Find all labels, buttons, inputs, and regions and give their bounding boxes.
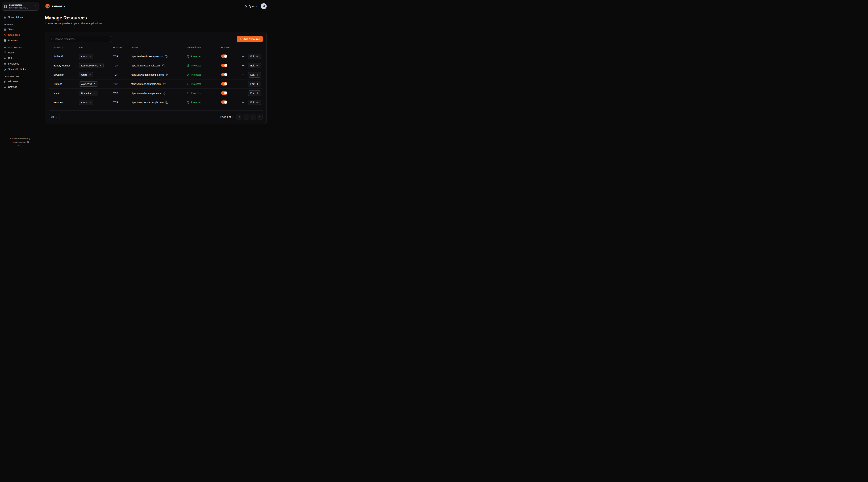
sort-icon (61, 46, 63, 49)
sidebar-item-invitations[interactable]: Invitations (2, 61, 39, 66)
sidebar-item-label: Shareable Links (8, 68, 26, 71)
sidebar-item-users[interactable]: Users (2, 50, 39, 55)
enabled-toggle[interactable] (221, 55, 227, 58)
pager: Page 1 of 1 (220, 114, 262, 120)
column-header-access: Access (131, 46, 187, 49)
page-subtitle: Create secure proxies to your private ap… (45, 22, 267, 25)
api-keys-icon (4, 80, 6, 83)
copy-url-button[interactable] (165, 55, 167, 58)
sidebar-item-server-admin[interactable]: Server Admin (2, 14, 39, 20)
sidebar-item-shareable-links[interactable]: Shareable Links (2, 66, 39, 72)
ellipsis-icon (242, 64, 245, 67)
enabled-toggle[interactable] (221, 91, 227, 95)
column-header-authentication[interactable]: Authentication (187, 46, 221, 49)
site-link-button[interactable]: Office (79, 72, 93, 77)
server-icon (4, 16, 6, 19)
resource-protocol: TCP (113, 101, 131, 104)
page-size-select[interactable]: 20 (49, 114, 60, 120)
org-switcher[interactable]: Organization milo@fossorial.io's ... (2, 2, 39, 10)
arrow-up-right-icon (94, 83, 96, 85)
auth-status: Protected (191, 64, 202, 67)
theme-toggle-button[interactable]: System (244, 5, 257, 8)
sidebar-item-domains[interactable]: Domains (2, 38, 39, 43)
site-link-button[interactable]: Office (79, 100, 93, 105)
edit-button[interactable]: Edit (248, 90, 261, 96)
shield-check-icon (187, 73, 190, 76)
search-box (49, 36, 111, 42)
enabled-toggle[interactable] (221, 73, 227, 76)
resource-name: Immich (54, 92, 79, 95)
sort-icon (84, 46, 87, 49)
community-edition-link[interactable]: Community Edition (2, 137, 39, 140)
page-info: Page 1 of 1 (220, 116, 233, 118)
row-menu-button[interactable] (242, 101, 245, 104)
copy-url-button[interactable] (163, 83, 166, 85)
edit-button[interactable]: Edit (248, 54, 261, 59)
table-row: Bitwarden Office TCP https://bitwarden.e… (49, 70, 262, 79)
org-switcher-label: Organization (9, 4, 33, 6)
sidebar-item-label: Sites (8, 28, 13, 31)
row-menu-button[interactable] (242, 82, 245, 86)
copy-url-button[interactable] (165, 101, 168, 104)
copy-url-button[interactable] (166, 73, 168, 76)
arrow-right-icon (256, 64, 258, 67)
add-resource-label: Add Resource (243, 38, 260, 40)
edit-button[interactable]: Edit (248, 81, 261, 87)
resource-protocol: TCP (113, 55, 131, 58)
auth-status: Protected (191, 101, 202, 104)
sidebar-item-roles[interactable]: Roles (2, 55, 39, 61)
row-menu-button[interactable] (242, 91, 245, 95)
edit-button[interactable]: Edit (248, 63, 261, 68)
resources-card: Add Resource Name Site Protocol Access (45, 32, 267, 124)
auth-status: Protected (191, 73, 202, 76)
enabled-toggle[interactable] (221, 100, 227, 104)
row-menu-button[interactable] (242, 64, 245, 67)
add-resource-button[interactable]: Add Resource (237, 36, 262, 42)
sidebar-item-label: Settings (8, 86, 17, 88)
top-actions: System M (244, 3, 267, 9)
next-page-button[interactable] (250, 114, 256, 120)
section-heading-general: GENERAL (4, 24, 37, 26)
resource-url: https://immich.example.com (131, 92, 161, 95)
toggle-knob (224, 55, 227, 58)
table-footer: 20 Page 1 of 1 (49, 110, 262, 120)
sidebar-item-label: Users (8, 51, 14, 54)
first-page-button[interactable] (236, 114, 242, 120)
main-content: PANGOLIN System M Manage Resources Creat… (41, 0, 272, 149)
sidebar-item-api-keys[interactable]: API Keys (2, 78, 39, 84)
row-menu-button[interactable] (242, 55, 245, 58)
site-link-button[interactable]: Edge Device 01 (79, 63, 104, 68)
last-page-button[interactable] (257, 114, 262, 120)
prev-page-button[interactable] (243, 114, 249, 120)
book-icon (27, 141, 29, 143)
auth-status: Protected (191, 92, 202, 95)
app-window: Organization milo@fossorial.io's ... Ser… (0, 0, 272, 149)
site-link-button[interactable]: Home Lab (79, 91, 98, 96)
copy-url-button[interactable] (162, 64, 165, 67)
enabled-toggle[interactable] (221, 82, 227, 86)
toggle-knob (224, 83, 227, 85)
documentation-link[interactable]: Documentation (2, 140, 39, 144)
page-size-value: 20 (51, 116, 54, 118)
plus-icon (239, 38, 242, 40)
site-link-button[interactable]: AWS VPC (79, 82, 98, 87)
row-menu-button[interactable] (242, 73, 245, 76)
sidebar-resize-handle[interactable] (41, 73, 41, 77)
edit-button[interactable]: Edit (248, 100, 261, 105)
column-header-name[interactable]: Name (54, 46, 79, 49)
search-input[interactable] (55, 38, 108, 40)
enabled-toggle[interactable] (221, 64, 227, 67)
sidebar-item-sites[interactable]: Sites (2, 27, 39, 32)
sidebar-item-settings[interactable]: Settings (2, 84, 39, 90)
shield-check-icon (187, 64, 190, 67)
edit-button[interactable]: Edit (248, 72, 261, 77)
column-header-site[interactable]: Site (79, 46, 113, 49)
table-row: Grafana AWS VPC TCP https://grafana.exam… (49, 79, 262, 89)
resource-url: https://nextcloud.example.com (131, 101, 163, 104)
avatar[interactable]: M (261, 3, 267, 9)
resource-name: Bitwarden (54, 73, 79, 76)
org-switcher-texts: Organization milo@fossorial.io's ... (9, 4, 33, 9)
sidebar-item-resources[interactable]: Resources (2, 32, 39, 38)
site-link-button[interactable]: Office (79, 54, 93, 59)
copy-url-button[interactable] (163, 92, 165, 95)
